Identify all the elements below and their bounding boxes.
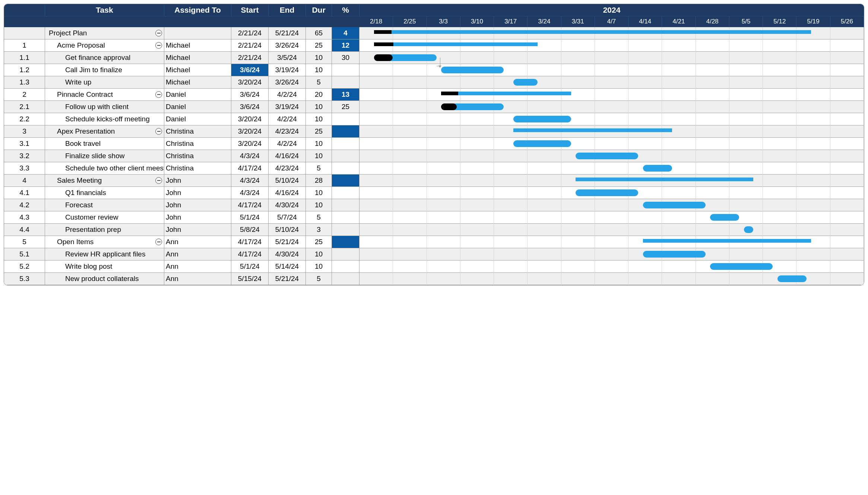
task-bar[interactable] [710, 263, 773, 270]
end-cell[interactable]: 3/26/24 [269, 39, 306, 52]
pct-cell[interactable] [332, 64, 359, 76]
end-cell[interactable]: 3/19/24 [269, 64, 306, 76]
task-cell[interactable]: Call Jim to finalize [45, 64, 164, 76]
assigned-cell[interactable]: Daniel [164, 113, 231, 125]
task-cell[interactable]: Open Items [45, 236, 164, 248]
pct-cell[interactable] [332, 273, 359, 285]
table-row[interactable]: 5.2Write blog postAnn5/1/245/14/2410 [4, 261, 359, 273]
start-cell[interactable]: 5/15/24 [231, 273, 269, 285]
pct-cell[interactable] [332, 211, 359, 224]
header-start[interactable]: Start [231, 4, 269, 16]
collapse-icon[interactable] [155, 30, 162, 36]
task-cell[interactable]: Get finance approval [45, 52, 164, 64]
start-cell[interactable]: 4/3/24 [231, 150, 269, 162]
pct-cell[interactable]: 30 [332, 52, 359, 64]
dur-cell[interactable]: 65 [306, 27, 332, 39]
pct-cell[interactable] [332, 175, 359, 187]
table-row[interactable]: 5Open ItemsAnn4/17/245/21/2425 [4, 236, 359, 248]
task-cell[interactable]: Project Plan [45, 27, 164, 39]
start-cell[interactable]: 3/6/24 [231, 89, 269, 101]
assigned-cell[interactable] [164, 27, 231, 39]
dur-cell[interactable]: 25 [306, 39, 332, 52]
header-assigned[interactable]: Assigned To [164, 4, 231, 16]
assigned-cell[interactable]: Michael [164, 64, 231, 76]
dur-cell[interactable]: 25 [306, 125, 332, 138]
dur-cell[interactable]: 5 [306, 273, 332, 285]
table-row[interactable]: 5.1Review HR applicant filesAnn4/17/244/… [4, 248, 359, 261]
pct-cell[interactable]: 13 [332, 89, 359, 101]
start-cell[interactable]: 2/21/24 [231, 52, 269, 64]
task-bar[interactable] [576, 189, 638, 196]
dur-cell[interactable]: 5 [306, 76, 332, 89]
start-cell[interactable]: 5/1/24 [231, 211, 269, 224]
end-cell[interactable]: 4/23/24 [269, 162, 306, 175]
start-cell[interactable]: 4/3/24 [231, 187, 269, 199]
table-row[interactable]: 3Apex PresentationChristina3/20/244/23/2… [4, 125, 359, 138]
task-cell[interactable]: Review HR applicant files [45, 248, 164, 261]
task-bar[interactable] [643, 165, 672, 172]
end-cell[interactable]: 3/19/24 [269, 101, 306, 113]
end-cell[interactable]: 5/10/24 [269, 224, 306, 236]
dur-cell[interactable]: 10 [306, 199, 332, 211]
pct-cell[interactable] [332, 125, 359, 138]
summary-bar[interactable] [513, 128, 672, 132]
start-cell[interactable]: 5/8/24 [231, 224, 269, 236]
end-cell[interactable]: 4/23/24 [269, 125, 306, 138]
header-dur[interactable]: Dur [306, 4, 332, 16]
timeline-chart-area[interactable] [359, 27, 864, 285]
assigned-cell[interactable]: Daniel [164, 89, 231, 101]
task-bar[interactable] [710, 214, 739, 221]
dur-cell[interactable]: 10 [306, 52, 332, 64]
table-row[interactable]: 2Pinnacle ContractDaniel3/6/244/2/242013 [4, 89, 359, 101]
table-row[interactable]: 1.1Get finance approvalMichael2/21/243/5… [4, 52, 359, 64]
assigned-cell[interactable]: John [164, 175, 231, 187]
end-cell[interactable]: 3/5/24 [269, 52, 306, 64]
table-row[interactable]: 3.2Finalize slide showChristina4/3/244/1… [4, 150, 359, 162]
task-cell[interactable]: Book travel [45, 138, 164, 150]
start-cell[interactable]: 4/3/24 [231, 175, 269, 187]
table-row[interactable]: 2.1Follow up with clientDaniel3/6/243/19… [4, 101, 359, 113]
collapse-icon[interactable] [155, 239, 162, 245]
end-cell[interactable]: 3/26/24 [269, 76, 306, 89]
end-cell[interactable]: 4/2/24 [269, 138, 306, 150]
task-bar[interactable] [643, 202, 706, 208]
end-cell[interactable]: 4/16/24 [269, 150, 306, 162]
assigned-cell[interactable]: John [164, 187, 231, 199]
assigned-cell[interactable]: Daniel [164, 101, 231, 113]
end-cell[interactable]: 5/21/24 [269, 273, 306, 285]
pct-cell[interactable] [332, 150, 359, 162]
pct-cell[interactable] [332, 224, 359, 236]
assigned-cell[interactable]: Christina [164, 162, 231, 175]
pct-cell[interactable] [332, 187, 359, 199]
start-cell[interactable]: 4/17/24 [231, 199, 269, 211]
table-row[interactable]: 4.1Q1 financialsJohn4/3/244/16/2410 [4, 187, 359, 199]
table-row[interactable]: 4.2ForecastJohn4/17/244/30/2410 [4, 199, 359, 211]
end-cell[interactable]: 5/21/24 [269, 236, 306, 248]
assigned-cell[interactable]: Christina [164, 150, 231, 162]
pct-cell[interactable] [332, 138, 359, 150]
assigned-cell[interactable]: John [164, 211, 231, 224]
start-cell[interactable]: 2/21/24 [231, 27, 269, 39]
task-cell[interactable]: Presentation prep [45, 224, 164, 236]
end-cell[interactable]: 4/30/24 [269, 199, 306, 211]
dur-cell[interactable]: 3 [306, 224, 332, 236]
dur-cell[interactable]: 25 [306, 236, 332, 248]
task-bar[interactable] [513, 140, 571, 147]
pct-cell[interactable] [332, 248, 359, 261]
pct-cell[interactable] [332, 162, 359, 175]
dur-cell[interactable]: 10 [306, 113, 332, 125]
pct-cell[interactable] [332, 236, 359, 248]
task-cell[interactable]: Write up [45, 76, 164, 89]
collapse-icon[interactable] [155, 128, 162, 135]
assigned-cell[interactable]: Ann [164, 273, 231, 285]
assigned-cell[interactable]: Christina [164, 138, 231, 150]
end-cell[interactable]: 4/2/24 [269, 113, 306, 125]
table-row[interactable]: 2.2Schedule kicks-off meetingDaniel3/20/… [4, 113, 359, 125]
pct-cell[interactable] [332, 113, 359, 125]
summary-bar[interactable] [643, 239, 811, 243]
pct-cell[interactable] [332, 199, 359, 211]
summary-bar[interactable] [576, 178, 753, 181]
dur-cell[interactable]: 10 [306, 138, 332, 150]
collapse-icon[interactable] [155, 91, 162, 98]
start-cell[interactable]: 4/17/24 [231, 162, 269, 175]
